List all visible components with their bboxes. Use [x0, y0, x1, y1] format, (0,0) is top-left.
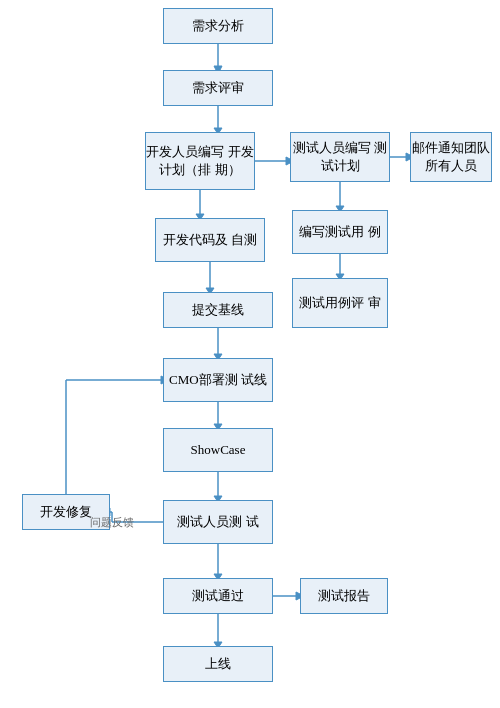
write-cases-box: 编写测试用 例 — [292, 210, 388, 254]
diagram: 需求分析 需求评审 开发人员编写 开发计划（排 期） 测试人员编写 测试计划 邮… — [0, 0, 500, 708]
feedback-label: 问题反馈 — [90, 515, 134, 530]
tester-test-box: 测试人员测 试 — [163, 500, 273, 544]
test-pass-box: 测试通过 — [163, 578, 273, 614]
submit-baseline-box: 提交基线 — [163, 292, 273, 328]
case-review-box: 测试用例评 审 — [292, 278, 388, 328]
showcase-box: ShowCase — [163, 428, 273, 472]
dev-code-box: 开发代码及 自测 — [155, 218, 265, 262]
dev-plan-box: 开发人员编写 开发计划（排 期） — [145, 132, 255, 190]
go-live-box: 上线 — [163, 646, 273, 682]
demand-analysis-box: 需求分析 — [163, 8, 273, 44]
test-report-box: 测试报告 — [300, 578, 388, 614]
test-plan-box: 测试人员编写 测试计划 — [290, 132, 390, 182]
mail-notify-box: 邮件通知团队 所有人员 — [410, 132, 492, 182]
cmo-deploy-box: CMO部署测 试线 — [163, 358, 273, 402]
demand-review-box: 需求评审 — [163, 70, 273, 106]
